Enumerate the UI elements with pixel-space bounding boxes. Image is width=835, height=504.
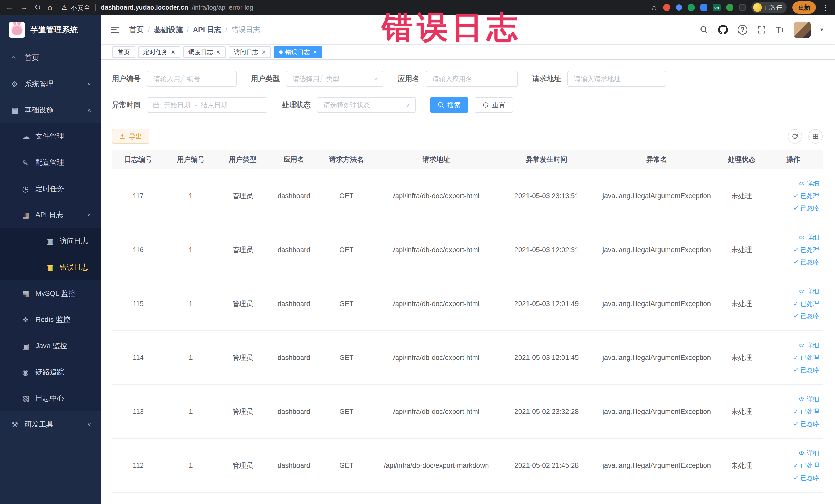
- tab-home[interactable]: 首页: [113, 46, 135, 58]
- page-content: 用户编号 用户类型 请选择用户类型 ∨ 应用名: [101, 60, 835, 504]
- sidebar-item-api-log[interactable]: ▦ API 日志 ∧: [0, 202, 101, 228]
- extension-icon-6[interactable]: [726, 4, 733, 11]
- detail-link[interactable]: 详细: [798, 395, 819, 403]
- filter-label-request-url: 请求地址: [532, 74, 561, 84]
- detail-link[interactable]: 详细: [798, 180, 819, 188]
- sidebar-item-mysql[interactable]: ▦ MySQL 监控: [0, 280, 101, 306]
- sidebar: 芋道管理系统 ⌂ 首页 ⚙ 系统管理 ∨ ▤ 基础设施 ∧ ☁ 文件管理 ✎ 配…: [0, 15, 101, 504]
- github-icon[interactable]: [718, 25, 728, 35]
- ignored-link[interactable]: ✓ 已忽略: [793, 366, 819, 374]
- close-icon[interactable]: ×: [313, 48, 317, 56]
- processed-link[interactable]: ✓ 已处理: [793, 246, 819, 254]
- search-button[interactable]: 搜索: [430, 97, 468, 113]
- reload-icon[interactable]: ↻: [34, 4, 41, 11]
- home-nav-icon[interactable]: ⌂: [47, 4, 52, 11]
- filter-label-process-status: 处理状态: [282, 100, 311, 110]
- start-date-placeholder: 开始日期: [164, 101, 190, 109]
- export-button[interactable]: 导出: [112, 129, 149, 144]
- exception-time-range[interactable]: 开始日期 - 结束日期: [147, 97, 267, 113]
- profile-chip[interactable]: 已暂停: [751, 2, 787, 13]
- detail-link[interactable]: 详细: [798, 341, 819, 349]
- forward-icon[interactable]: →: [20, 4, 28, 11]
- cell-user-id: 1: [165, 223, 217, 277]
- tab-access-log[interactable]: 访问日志 ×: [229, 46, 271, 58]
- url-host: dashboard.yudao.iocoder.cn: [101, 4, 188, 11]
- request-url-input[interactable]: [567, 71, 666, 87]
- sidebar-item-redis[interactable]: ❖ Redis 监控: [0, 306, 101, 333]
- sidebar-item-java[interactable]: ▣ Java 监控: [0, 333, 101, 359]
- close-icon[interactable]: ×: [171, 48, 175, 56]
- tab-job[interactable]: 定时任务 ×: [138, 46, 180, 58]
- tab-job-log[interactable]: 调度日志 ×: [183, 46, 225, 58]
- extension-icon-2[interactable]: [676, 4, 682, 11]
- detail-link[interactable]: 详细: [798, 234, 819, 242]
- breadcrumb-item[interactable]: API 日志: [193, 25, 221, 35]
- user-type-select[interactable]: 请选择用户类型 ∨: [286, 71, 384, 87]
- actions-cell: 详细 ✓ 已处理 ✓ 已忽略: [763, 331, 823, 385]
- tab-bar: 首页 定时任务 × 调度日志 × 访问日志 × 错误日志 ×: [101, 45, 835, 60]
- sidebar-item-label: 错误日志: [60, 262, 101, 272]
- processed-link[interactable]: ✓ 已处理: [793, 192, 819, 200]
- cell-user-type: 管理员: [217, 331, 268, 385]
- menu-kebab-icon[interactable]: ⋮: [822, 3, 829, 12]
- close-icon[interactable]: ×: [216, 48, 220, 56]
- avatar[interactable]: [794, 22, 811, 38]
- search-icon[interactable]: [700, 25, 709, 34]
- ignored-link[interactable]: ✓ 已忽略: [793, 420, 819, 428]
- ignored-link[interactable]: ✓ 已忽略: [793, 312, 819, 320]
- tab-label: 首页: [118, 48, 130, 56]
- processed-link[interactable]: ✓ 已处理: [793, 300, 819, 308]
- processed-link[interactable]: ✓ 已处理: [793, 461, 819, 469]
- view-icon: [798, 288, 805, 295]
- sidebar-item-access-log[interactable]: ▥ 访问日志: [0, 228, 101, 254]
- ignored-link[interactable]: ✓ 已忽略: [793, 474, 819, 482]
- sidebar-item-error-log[interactable]: ▥ 错误日志: [0, 254, 101, 280]
- sidebar-item-system[interactable]: ⚙ 系统管理 ∨: [0, 71, 101, 97]
- cell-exception-time: 2021-05-03 23:13:51: [499, 169, 594, 223]
- processed-link[interactable]: ✓ 已处理: [793, 354, 819, 362]
- sidebar-item-infra[interactable]: ▤ 基础设施 ∧: [0, 97, 101, 123]
- extension-icon-3[interactable]: [688, 4, 695, 11]
- reset-button[interactable]: 重置: [475, 97, 513, 113]
- sidebar-item-log-center[interactable]: ▧ 日志中心: [0, 385, 101, 411]
- close-icon[interactable]: ×: [262, 48, 266, 56]
- font-size-icon[interactable]: TT: [776, 25, 785, 35]
- extension-icon-5[interactable]: on: [713, 4, 720, 11]
- user-id-input[interactable]: [147, 71, 237, 87]
- column-settings-button[interactable]: [808, 129, 823, 143]
- sidebar-item-job[interactable]: ◷ 定时任务: [0, 176, 101, 202]
- column-header: 请求方法名: [320, 150, 373, 169]
- bookmark-star-icon[interactable]: ☆: [650, 3, 657, 12]
- extension-icon-7[interactable]: [739, 4, 746, 11]
- refresh-button[interactable]: [788, 129, 802, 143]
- help-icon[interactable]: ?: [738, 25, 748, 35]
- sidebar-item-home[interactable]: ⌂ 首页: [0, 45, 101, 71]
- app-name-input[interactable]: [426, 71, 518, 87]
- back-icon[interactable]: ←: [6, 4, 13, 11]
- address-bar[interactable]: ⚠ 不安全 dashboard.yudao.iocoder.cn/infra/l…: [61, 3, 253, 12]
- update-button[interactable]: 更新: [792, 1, 816, 14]
- sidebar-item-file[interactable]: ☁ 文件管理: [0, 123, 101, 149]
- detail-link[interactable]: 详细: [798, 287, 819, 296]
- breadcrumb-item[interactable]: 首页: [129, 25, 144, 35]
- process-status-select[interactable]: 请选择处理状态 ∨: [317, 97, 415, 113]
- processed-link[interactable]: ✓ 已处理: [793, 407, 819, 416]
- ignored-link[interactable]: ✓ 已忽略: [793, 258, 819, 266]
- sidebar-item-label: Java 监控: [36, 341, 101, 351]
- tab-error-log[interactable]: 错误日志 ×: [274, 46, 322, 58]
- breadcrumb-item[interactable]: 基础设施: [154, 25, 183, 35]
- chevron-down-icon[interactable]: ▾: [820, 26, 823, 33]
- sidebar-item-trace[interactable]: ◉ 链路追踪: [0, 359, 101, 385]
- log-center-icon: ▧: [22, 394, 36, 403]
- hamburger-icon[interactable]: [111, 25, 121, 35]
- fullscreen-icon[interactable]: [757, 25, 766, 34]
- sidebar-item-devtools[interactable]: ⚒ 研发工具 ∨: [0, 411, 101, 438]
- extension-icon-1[interactable]: [663, 4, 670, 11]
- view-icon: [798, 342, 805, 348]
- detail-link[interactable]: 详细: [798, 449, 819, 457]
- sidebar-item-config[interactable]: ✎ 配置管理: [0, 149, 101, 176]
- extension-icon-4[interactable]: [700, 4, 707, 11]
- sidebar-item-label: 日志中心: [36, 394, 101, 403]
- app-logo[interactable]: 芋道管理系统: [0, 15, 101, 45]
- ignored-link[interactable]: ✓ 已忽略: [793, 204, 819, 212]
